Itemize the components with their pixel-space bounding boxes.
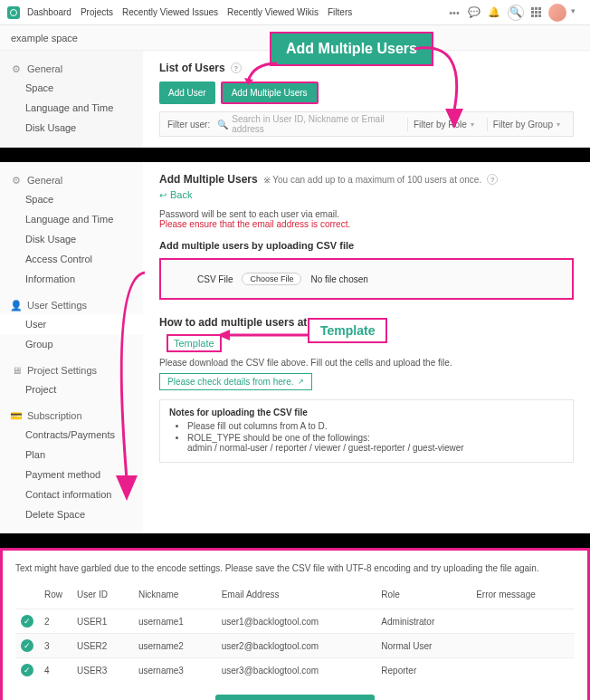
sidebar-item-delete[interactable]: Delete Space [0,504,143,524]
ensure-note: Please ensure that the email address is … [159,219,574,229]
cell-email: user1@backlogtool.com [216,609,376,634]
page-title: List of Users [159,62,225,74]
filter-role-dropdown[interactable]: Filter by Role [407,118,480,131]
add-multiple-users-button[interactable]: Add Multiple Users [221,82,319,104]
col-row: Row [39,586,71,609]
users-table: Row User ID Nickname Email Address Role … [15,586,575,682]
col-error: Error message [471,586,575,609]
more-icon[interactable]: ••• [448,6,461,19]
top-nav: Dashboard Projects Recently Viewed Issue… [0,0,590,25]
sidebar-item-space[interactable]: Space [0,189,143,209]
sidebar-item-payment[interactable]: Payment method [0,465,143,484]
col-nick: Nickname [133,586,216,609]
search-icon[interactable]: 🔍 [508,5,524,21]
callout-template: Template [308,318,387,343]
sidebar-item-language[interactable]: Language and Time [0,209,143,229]
sidebar-item-disk[interactable]: Disk Usage [0,118,143,138]
credit-icon: 💳 [11,410,22,421]
details-link[interactable]: Please check details from here. [159,373,312,390]
table-row: ✓ 4 USER3 username3 user3@backlogtool.co… [15,658,575,683]
upload-box: CSV File Choose File No file chosen [159,258,574,300]
sidebar-item-space[interactable]: Space [0,78,143,98]
bell-icon[interactable]: 🔔 [488,6,500,19]
cell-role: Normal User [376,634,471,658]
upload-result-panel: Text might have garbled due to the encod… [0,548,590,700]
nav-recent-wikis[interactable]: Recently Viewed Wikis [227,7,319,17]
gear-icon: ⚙ [11,175,22,186]
cell-userid: USER3 [71,658,133,683]
choose-file-button[interactable]: Choose File [242,273,301,285]
cell-row: 3 [39,634,71,658]
nav-projects[interactable]: Projects [81,7,113,17]
sidebar-item-plan[interactable]: Plan [0,445,143,465]
sidebar-item-project[interactable]: Project [0,379,143,399]
cell-nick: username1 [133,609,216,634]
nav-dashboard[interactable]: Dashboard [27,7,71,17]
filter-label: Filter user: [167,120,210,129]
table-row: ✓ 3 USER2 username2 user2@backlogtool.co… [15,634,575,658]
cell-nick: username3 [133,658,216,683]
sidebar-item-contact[interactable]: Contact information [0,484,143,504]
cell-userid: USER2 [71,634,133,658]
apps-icon[interactable] [531,7,541,17]
notes-heading: Notes for uploading the CSV file [169,408,564,417]
max-note: ※ You can add up to a maximum of 100 use… [263,175,481,185]
sidebar-head-general: General [27,63,62,74]
sidebar-item-group[interactable]: Group [0,334,143,354]
add-user-button[interactable]: Add User [159,82,215,104]
cell-role: Administrator [376,609,471,634]
search-input[interactable]: Search in User ID, Nickname or Email add… [232,114,400,134]
user-icon: 👤 [11,300,22,311]
chat-icon[interactable]: 💬 [468,6,481,19]
check-icon[interactable]: ✓ [21,664,33,676]
nav-filters[interactable]: Filters [328,7,352,17]
cell-error [471,634,575,658]
sidebar-item-user[interactable]: User [0,314,143,334]
filter-group-dropdown[interactable]: Filter by Group [487,118,566,131]
csv-label: CSV File [197,274,233,284]
check-icon[interactable]: ✓ [21,639,33,652]
col-email: Email Address [216,586,376,609]
sidebar-item-contracts[interactable]: Contracts/Payments [0,425,143,445]
cell-role: Reporter [376,658,471,683]
cell-row: 4 [39,658,71,683]
back-link[interactable]: Back [159,189,574,200]
callout-add-multiple: Add Multiple Users [270,32,433,66]
cell-error [471,658,575,683]
sidebar-head-project: Project Settings [27,365,97,376]
sidebar-item-language[interactable]: Language and Time [0,98,143,118]
cell-nick: username2 [133,634,216,658]
note-item: Please fill out columns from A to D. [187,421,564,431]
sidebar-item-info[interactable]: Information [0,269,143,289]
note-item: ROLE_TYPE should be one of the following… [187,433,564,453]
avatar[interactable] [548,4,566,22]
sidebar-item-disk[interactable]: Disk Usage [0,229,143,249]
sidebar-head-usersettings: User Settings [27,300,87,311]
cell-row: 2 [39,609,71,634]
sidebar: ⚙General Space Language and Time Disk Us… [0,162,143,533]
cell-email: user2@backlogtool.com [216,634,376,658]
page-title: Add Multiple Users [159,173,258,186]
download-note: Please download the CSV file above. Fill… [159,358,574,368]
sidebar-item-access[interactable]: Access Control [0,249,143,269]
notes-box: Notes for uploading the CSV file Please … [159,399,574,463]
table-row: ✓ 2 USER1 username1 user1@backlogtool.co… [15,609,575,634]
cell-error [471,609,575,634]
search-icon: 🔍 [217,120,228,129]
gear-icon: ⚙ [11,63,22,74]
nav-recent-issues[interactable]: Recently Viewed Issues [122,7,218,17]
help-icon[interactable]: ? [487,174,498,185]
col-role: Role [376,586,471,609]
cell-userid: USER1 [71,609,133,634]
password-note: Password will be sent to each user via e… [159,209,574,219]
help-icon[interactable]: ? [231,62,242,73]
sidebar-head-general: General [27,175,62,186]
check-icon[interactable]: ✓ [21,615,33,628]
cell-email: user3@backlogtool.com [216,658,376,683]
monitor-icon: 🖥 [11,365,22,376]
sidebar-head-subscription: Subscription [27,410,82,421]
add-all-button[interactable]: Add all selected users 3 [215,695,374,700]
template-link[interactable]: Template [174,338,214,349]
col-check [15,586,39,609]
upload-heading: Add multiple users by uploading CSV file [159,240,574,251]
